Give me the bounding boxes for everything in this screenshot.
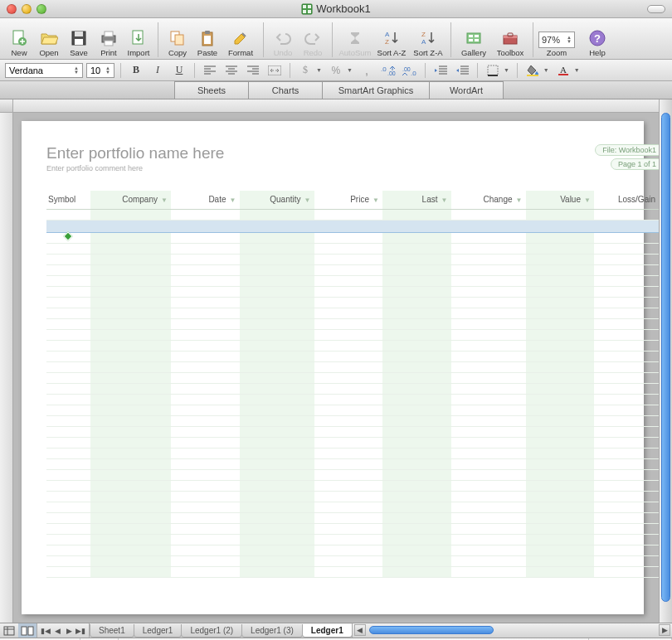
table-row[interactable]	[46, 480, 659, 491]
table-cell[interactable]	[46, 437, 90, 448]
table-cell[interactable]	[594, 275, 659, 286]
table-cell[interactable]	[46, 458, 90, 469]
table-cell[interactable]	[90, 243, 172, 254]
table-cell[interactable]	[90, 469, 172, 480]
table-cell[interactable]	[594, 502, 659, 512]
table-cell[interactable]	[451, 555, 526, 566]
zoom-control[interactable]: 97%▲▼ Zoom	[538, 22, 575, 57]
table-cell[interactable]	[240, 297, 314, 308]
table-cell[interactable]	[526, 318, 595, 329]
font-size-selector[interactable]: 10▲▼	[86, 63, 114, 78]
table-row[interactable]	[46, 512, 659, 523]
table-cell[interactable]	[382, 340, 451, 351]
table-cell[interactable]	[594, 512, 659, 523]
sheet-tab[interactable]: Sheet1	[90, 624, 134, 638]
table-cell[interactable]	[314, 340, 383, 351]
table-cell[interactable]	[46, 264, 90, 275]
table-cell[interactable]	[240, 458, 314, 469]
table-cell[interactable]	[171, 491, 240, 502]
table-cell[interactable]	[382, 308, 451, 318]
table-cell[interactable]	[314, 254, 383, 264]
sheet-tab[interactable]: Ledger1 (3)	[241, 624, 303, 638]
underline-button[interactable]: U	[170, 62, 188, 79]
table-cell[interactable]	[90, 394, 172, 405]
table-cell[interactable]	[240, 534, 314, 545]
table-cell[interactable]	[526, 243, 595, 254]
table-cell[interactable]	[171, 308, 240, 318]
table-cell[interactable]	[240, 318, 314, 329]
table-cell[interactable]	[171, 318, 240, 329]
table-cell[interactable]	[46, 491, 90, 502]
table-row[interactable]	[46, 523, 659, 534]
tab-charts[interactable]: Charts	[248, 81, 323, 99]
table-cell[interactable]	[594, 254, 659, 264]
borders-button[interactable]: ▼	[484, 62, 511, 79]
table-cell[interactable]	[90, 458, 172, 469]
ledger-table[interactable]: Symbol Company▼ Date▼ Quantity▼ Price▼ L…	[46, 191, 659, 578]
table-cell[interactable]	[526, 361, 595, 372]
table-cell[interactable]	[451, 232, 526, 243]
table-cell[interactable]	[171, 220, 240, 232]
font-color-button[interactable]: A▼	[554, 62, 582, 79]
col-header-company[interactable]: Company▼	[90, 191, 172, 209]
table-cell[interactable]	[46, 308, 90, 318]
table-cell[interactable]	[314, 394, 383, 405]
table-cell[interactable]	[46, 275, 90, 286]
scroll-right-button[interactable]: ▶	[659, 624, 670, 636]
table-cell[interactable]	[382, 415, 451, 426]
table-row[interactable]	[46, 555, 659, 566]
table-cell[interactable]	[171, 426, 240, 437]
table-cell[interactable]	[90, 254, 172, 264]
table-row[interactable]	[46, 448, 659, 458]
table-cell[interactable]	[90, 426, 172, 437]
table-row[interactable]	[46, 361, 659, 372]
table-cell[interactable]	[382, 437, 451, 448]
table-cell[interactable]	[594, 340, 659, 351]
table-cell[interactable]	[314, 383, 383, 394]
table-cell[interactable]	[594, 426, 659, 437]
table-cell[interactable]	[171, 512, 240, 523]
zoom-value-input[interactable]: 97%▲▼	[538, 32, 575, 48]
table-cell[interactable]	[594, 220, 659, 232]
table-row[interactable]	[46, 318, 659, 329]
table-cell[interactable]	[90, 383, 172, 394]
table-cell[interactable]	[594, 232, 659, 243]
table-cell[interactable]	[526, 394, 595, 405]
table-cell[interactable]	[526, 264, 595, 275]
table-cell[interactable]	[314, 534, 383, 545]
table-cell[interactable]	[171, 340, 240, 351]
col-header-last[interactable]: Last▼	[382, 191, 451, 209]
table-cell[interactable]	[382, 275, 451, 286]
table-cell[interactable]	[382, 405, 451, 415]
table-cell[interactable]	[451, 361, 526, 372]
table-cell[interactable]	[240, 502, 314, 512]
table-cell[interactable]	[90, 448, 172, 458]
table-cell[interactable]	[526, 491, 595, 502]
table-cell[interactable]	[314, 566, 383, 577]
table-cell[interactable]	[240, 286, 314, 297]
table-cell[interactable]	[451, 426, 526, 437]
table-cell[interactable]	[526, 383, 595, 394]
table-cell[interactable]	[594, 491, 659, 502]
table-cell[interactable]	[240, 383, 314, 394]
table-cell[interactable]	[382, 318, 451, 329]
gallery-button[interactable]: Gallery	[456, 22, 491, 57]
table-cell[interactable]	[240, 340, 314, 351]
table-cell[interactable]	[46, 361, 90, 372]
paste-button[interactable]: Paste	[193, 22, 222, 57]
table-cell[interactable]	[46, 545, 90, 555]
table-cell[interactable]	[382, 383, 451, 394]
table-cell[interactable]	[240, 254, 314, 264]
table-cell[interactable]	[314, 426, 383, 437]
table-cell[interactable]	[594, 286, 659, 297]
table-cell[interactable]	[594, 243, 659, 254]
table-cell[interactable]	[314, 405, 383, 415]
table-cell[interactable]	[171, 415, 240, 426]
table-cell[interactable]	[46, 394, 90, 405]
help-button[interactable]: ?Help	[583, 22, 611, 57]
table-cell[interactable]	[90, 275, 172, 286]
table-cell[interactable]	[240, 491, 314, 502]
zoom-stepper-arrows[interactable]: ▲▼	[567, 36, 572, 44]
table-cell[interactable]	[382, 555, 451, 566]
table-cell[interactable]	[240, 480, 314, 491]
